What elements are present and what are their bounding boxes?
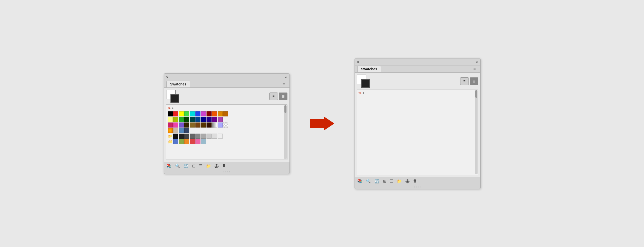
right-collapse-button[interactable]: « xyxy=(476,60,478,64)
right-import-icon[interactable]: 🔄 xyxy=(374,179,379,183)
right-listview-icon[interactable]: ☰ xyxy=(390,179,393,183)
left-menu-button[interactable]: ≡ xyxy=(280,81,287,87)
swatch-lightblue2[interactable] xyxy=(201,139,206,144)
right-bg-color[interactable] xyxy=(361,79,370,88)
right-tab-swatches[interactable]: Swatches xyxy=(357,66,381,72)
right-library-icon[interactable]: 📚 xyxy=(357,179,362,183)
swatch-darkgreen1[interactable] xyxy=(184,117,189,122)
swatch-hotpink[interactable] xyxy=(173,122,178,128)
left-library-icon[interactable]: 📚 xyxy=(166,164,171,168)
swatch-chartreuse[interactable] xyxy=(173,117,178,122)
swatch-goldenrod[interactable] xyxy=(218,111,223,116)
right-panel-footer: 📚 🔍 🔄 ⊞ ☰ 📁 ⨁ 🗑 xyxy=(355,177,480,185)
swatch-black[interactable] xyxy=(168,111,173,116)
swatch-tan[interactable] xyxy=(190,122,195,128)
right-grid-view-button[interactable]: ⊞ xyxy=(470,77,478,85)
left-swatches-area: ✎ ⌖ xyxy=(166,104,287,160)
swatch-black2[interactable] xyxy=(173,134,178,139)
swatch-lime[interactable] xyxy=(184,111,189,116)
swatch-darkbrown2[interactable] xyxy=(207,122,212,128)
left-grid-view-button[interactable]: ⊞ xyxy=(279,92,287,100)
right-menu-button[interactable]: ≡ xyxy=(471,66,478,72)
swatch-pink[interactable] xyxy=(195,139,200,144)
left-tab-swatches[interactable]: Swatches xyxy=(166,81,190,87)
right-search-icon[interactable]: 🔍 xyxy=(366,179,371,183)
swatch-gradient[interactable] xyxy=(212,122,217,128)
swatch-darkgray1[interactable] xyxy=(179,134,184,139)
swatch-orchid[interactable] xyxy=(218,117,223,122)
swatch-lightgray2[interactable] xyxy=(207,134,212,139)
left-folder-icon-1[interactable]: 📁 xyxy=(168,134,173,139)
swatch-checkerboard[interactable] xyxy=(223,122,228,128)
swatch-orange[interactable] xyxy=(212,111,217,116)
left-resize-handle[interactable]: ⠿⠿⠿⠿ xyxy=(164,170,289,174)
swatch-gray1[interactable] xyxy=(190,134,195,139)
left-gridadd-icon[interactable]: ⊞ xyxy=(192,164,195,168)
left-tool-row: ✎ ⌖ xyxy=(168,106,286,110)
swatch-crimson[interactable] xyxy=(168,122,173,128)
right-scrollbar[interactable] xyxy=(475,90,478,174)
swatch-darkred[interactable] xyxy=(207,111,212,116)
left-listview-icon[interactable]: ☰ xyxy=(199,164,202,168)
left-panel: × « Swatches ≡ ≡ ⊞ xyxy=(164,73,290,174)
swatch-blue-pattern[interactable] xyxy=(179,128,184,133)
right-trash-icon[interactable]: 🗑 xyxy=(413,179,417,183)
left-target-icon[interactable]: ⌖ xyxy=(172,106,174,110)
left-close-button[interactable]: × xyxy=(166,75,168,79)
swatch-brown1[interactable] xyxy=(223,111,228,116)
swatch-navy[interactable] xyxy=(201,117,206,122)
right-resize-handle[interactable]: ⠿⠿⠿⠿ xyxy=(355,185,480,189)
swatch-lightyellow[interactable] xyxy=(168,117,173,122)
right-gridadd-icon[interactable]: ⊞ xyxy=(383,179,386,183)
swatch-darkbrown[interactable] xyxy=(184,122,189,128)
swatch-sienna[interactable] xyxy=(195,122,200,128)
swatch-tomato[interactable] xyxy=(190,139,195,144)
left-collapse-button[interactable]: « xyxy=(285,75,287,79)
swatch-green2[interactable] xyxy=(179,117,184,122)
swatch-yellowgreen[interactable] xyxy=(179,139,184,144)
swatch-darkgray2[interactable] xyxy=(184,134,189,139)
left-import-icon[interactable]: 🔄 xyxy=(184,164,189,168)
swatch-darkcyan[interactable] xyxy=(190,117,195,122)
right-add-icon[interactable]: ⨁ xyxy=(405,179,409,183)
swatch-yellow[interactable] xyxy=(179,111,184,116)
swatch-cyan[interactable] xyxy=(190,111,195,116)
swatch-slate[interactable] xyxy=(184,128,189,133)
left-trash-icon[interactable]: 🗑 xyxy=(222,164,226,168)
left-folder-icon-2[interactable]: 📁 xyxy=(168,139,173,144)
right-list-view-button[interactable]: ≡ xyxy=(460,77,469,85)
swatch-magenta[interactable] xyxy=(201,111,206,116)
left-add-icon[interactable]: ⨁ xyxy=(215,164,219,168)
swatch-purple[interactable] xyxy=(212,117,217,122)
left-search-icon[interactable]: 🔍 xyxy=(175,164,180,168)
right-target-icon[interactable]: ⌖ xyxy=(363,91,365,95)
swatch-orange2[interactable] xyxy=(184,139,189,144)
left-list-view-button[interactable]: ≡ xyxy=(269,92,278,100)
right-folder2-icon[interactable]: 📁 xyxy=(397,179,402,183)
left-color-indicators[interactable] xyxy=(166,90,179,103)
left-swatches-grid: 📁 📁 xyxy=(168,111,286,144)
swatch-brown2[interactable] xyxy=(201,122,206,128)
swatch-radial[interactable] xyxy=(168,128,173,133)
swatch-verylightgray[interactable] xyxy=(212,134,217,139)
left-scrollbar[interactable] xyxy=(284,105,287,159)
swatch-navyblue[interactable] xyxy=(195,117,200,122)
left-scrollbar-thumb[interactable] xyxy=(284,105,286,113)
swatch-blue[interactable] xyxy=(195,111,200,116)
swatch-darkviolet[interactable] xyxy=(207,117,212,122)
swatch-cornflower[interactable] xyxy=(173,139,178,144)
swatch-slateblue[interactable] xyxy=(179,122,184,128)
left-bg-color[interactable] xyxy=(170,94,179,103)
swatch-red[interactable] xyxy=(173,111,178,116)
right-close-button[interactable]: × xyxy=(357,60,359,64)
right-scrollbar-thumb[interactable] xyxy=(475,90,477,98)
left-folder2-icon[interactable]: 📁 xyxy=(206,164,211,168)
swatch-pattern1[interactable] xyxy=(173,128,178,133)
right-pencil-icon[interactable]: ✎ xyxy=(358,90,362,96)
right-color-indicators[interactable] xyxy=(357,75,370,88)
swatch-almostwhite[interactable] xyxy=(218,134,223,139)
left-pencil-icon[interactable]: ✎ xyxy=(167,106,171,111)
swatch-gray2[interactable] xyxy=(195,134,200,139)
swatch-skyblue[interactable] xyxy=(218,122,223,128)
swatch-lightgray1[interactable] xyxy=(201,134,206,139)
